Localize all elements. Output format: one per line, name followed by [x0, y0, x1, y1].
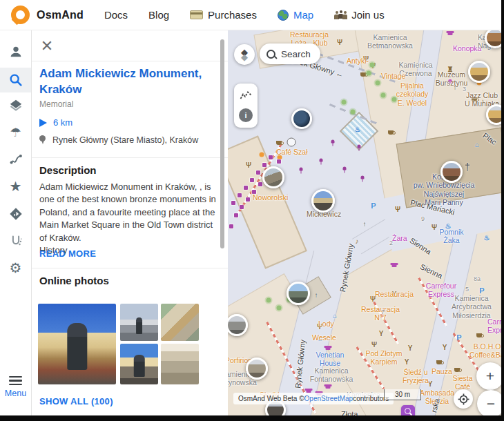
sidebar-item-account[interactable] — [0, 40, 31, 63]
map-poi-fountain-icon: ♨ — [484, 235, 490, 242]
map-label: Żara — [392, 234, 407, 242]
map-label: Vintage — [381, 72, 405, 80]
locate-me-button[interactable] — [454, 389, 473, 409]
nav-item-docs[interactable]: Docs — [104, 9, 128, 21]
place-category: Memorial — [39, 99, 73, 109]
map-poi-flower-icon — [300, 168, 303, 171]
map-photo-marker[interactable] — [468, 61, 490, 83]
read-more-link[interactable]: READ MORE — [39, 248, 96, 259]
photo-thumbnail[interactable] — [120, 344, 158, 384]
map-poi-arrow-icon: ↑ — [363, 221, 367, 228]
map-poi-shirt-icon — [326, 384, 331, 389]
map-label: 9 — [421, 215, 425, 223]
place-detail-panel: ✕ Adam Mickiewicz Monument, Kraków Memor… — [31, 30, 228, 415]
openstreetmap-link[interactable]: OpenStreetMap — [304, 395, 353, 402]
photo-thumbnail[interactable] — [161, 344, 199, 384]
sidebar-item-settings[interactable]: ⚙ — [0, 256, 31, 280]
sidebar-item-tracks[interactable] — [0, 148, 31, 171]
map-poi-fountain-icon: ♨ — [355, 126, 361, 133]
map-poi-flower-icon — [331, 140, 335, 144]
map-photo-marker[interactable] — [291, 108, 312, 129]
zoom-out-button[interactable]: − — [477, 390, 501, 415]
map-photo-marker[interactable] — [486, 104, 501, 125]
map-poi-tree-icon — [351, 110, 356, 115]
map-label: 3 — [463, 86, 466, 93]
zoom-in-button[interactable]: + — [476, 362, 501, 390]
map-poi-flower-icon — [358, 145, 361, 148]
map-label: Kamienica Arcybractwa Miłosierdzia — [440, 294, 501, 320]
map-label: Lody — [318, 320, 334, 328]
person-icon — [8, 44, 23, 59]
close-icon[interactable]: ✕ — [38, 37, 56, 55]
map-photo-marker[interactable] — [262, 166, 284, 188]
map-poi-tree-icon — [376, 81, 380, 86]
map-poi-food-icon: Ψ — [395, 206, 400, 213]
photo-thumbnail-large[interactable] — [38, 304, 116, 384]
layers-icon-back: ◆ — [241, 55, 248, 59]
photo-thumbnail[interactable] — [120, 304, 158, 341]
sidebar-item-favorites[interactable]: ★ — [0, 175, 31, 198]
map-label: rsztynowska — [228, 378, 257, 386]
panel-scrollbar[interactable] — [220, 39, 224, 248]
map-label: Restauracja N°7 — [356, 305, 405, 322]
map-photo-marker[interactable] — [311, 189, 335, 213]
map-scale-bar: 30 m — [384, 389, 421, 400]
map-attribution: OsmAnd Web Beta © OpenStreetMap contribu… — [233, 393, 394, 404]
map-poi-music-icon: ♪ — [356, 238, 359, 245]
left-sidebar: ☂ ★ ⚙ — [0, 30, 32, 415]
sidebar-item-layers[interactable] — [0, 94, 31, 117]
sidebar-item-weather[interactable]: ☂ — [0, 121, 31, 144]
map-label: Carrefour Express — [487, 317, 501, 335]
map-poi-parking-icon: P — [456, 334, 461, 342]
map-poi-stall-icon — [262, 163, 266, 167]
purchases-card-icon — [190, 10, 203, 19]
place-title: Adam Mickiewicz Monument, Kraków — [39, 66, 212, 98]
track-graph-button[interactable] — [234, 86, 258, 104]
attribution-prefix: OsmAnd Web Beta © — [238, 395, 304, 402]
photo-thumbnail[interactable] — [161, 304, 199, 341]
map-info-button[interactable]: i — [239, 108, 253, 122]
map-poi-food-icon: Ψ — [371, 342, 377, 349]
menu-button[interactable]: Menu — [0, 374, 31, 398]
map-photo-marker[interactable] — [440, 161, 463, 183]
layers-icon — [8, 98, 23, 113]
map-poi-parking-icon: P — [479, 287, 484, 295]
route-icon — [8, 152, 23, 167]
map-poi-stall-icon — [250, 178, 254, 182]
map-label: 8a — [474, 275, 481, 283]
map-label: Kamienica Fontanowska — [300, 366, 363, 384]
sidebar-item-plugins[interactable] — [0, 229, 31, 253]
nav-item-blog[interactable]: Blog — [148, 9, 169, 21]
map-poi-cup-icon — [454, 368, 460, 372]
show-all-photos-link[interactable]: SHOW ALL (100) — [39, 396, 113, 407]
nav-item-map[interactable]: Map — [278, 9, 313, 21]
brand[interactable]: OsmAnd — [11, 6, 84, 24]
sidebar-item-navigation[interactable] — [0, 202, 31, 226]
map-poi-tree-icon — [277, 306, 282, 311]
map-photo-marker[interactable] — [246, 358, 268, 380]
map-label: 7 — [381, 309, 385, 316]
map-label: Antyki- — [347, 57, 369, 65]
direction-arrow-icon — [39, 119, 47, 127]
map-poi-stall-icon — [258, 182, 262, 186]
map-poi-food-icon: Ψ — [337, 39, 342, 46]
photo-viewer-icon[interactable] — [401, 405, 415, 415]
location-pin-icon — [39, 135, 46, 145]
map-photo-marker[interactable] — [287, 282, 310, 305]
nav-item-join-us[interactable]: Join us — [334, 9, 385, 21]
map-poi-stall-icon — [240, 205, 244, 209]
distance-row[interactable]: 6 km — [39, 117, 72, 128]
map-poi-bar-icon: Y — [379, 331, 384, 337]
map-layers-button[interactable]: ◆ ◆ — [234, 44, 255, 65]
map-canvas[interactable]: ΨΨΨΨΨΨΨΨΨYYYYYY♪♪♜†PPP⌂⌂⌂⌂♨♨♨↑↑↑ Restaur… — [228, 30, 501, 415]
description-text: Adam Mickiewicz Monument in Kraków, , is… — [39, 181, 220, 257]
map-poi-stall-icon — [229, 224, 233, 228]
sidebar-item-search[interactable] — [0, 68, 31, 92]
nav-item-purchases[interactable]: Purchases — [190, 9, 257, 21]
map-search-button[interactable]: Search — [260, 43, 320, 64]
hamburger-icon — [0, 376, 31, 385]
search-icon — [8, 72, 23, 88]
map-label: Pod Złotym Karpiem — [358, 349, 410, 366]
osmand-web-app: OsmAnd Docs Blog Purchases Map Join us — [0, 0, 501, 415]
map-poi-stall-icon — [269, 155, 273, 159]
